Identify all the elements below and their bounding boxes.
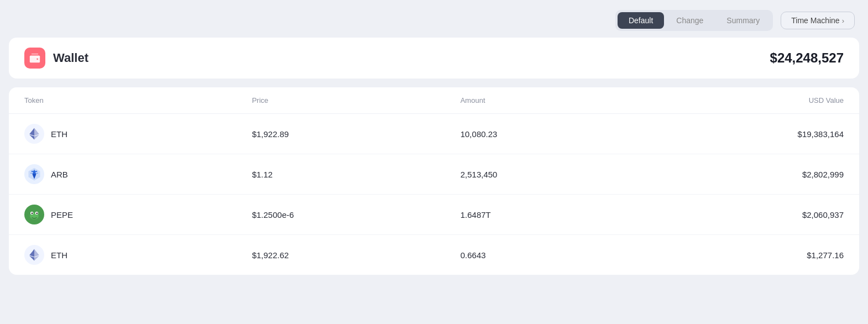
token-usd-value-0: $19,383,164 xyxy=(639,114,859,154)
token-name-2: PEPE xyxy=(51,210,73,220)
chevron-right-icon: › xyxy=(842,17,844,25)
token-cell-2: PEPE xyxy=(9,195,237,235)
token-usd-value-1: $2,802,999 xyxy=(639,154,859,195)
time-machine-button[interactable]: Time Machine › xyxy=(781,12,855,29)
token-cell-3: ETH xyxy=(9,235,237,275)
token-amount-2: 1.6487T xyxy=(445,195,639,235)
token-table: Token Price Amount USD Value ETH$1,922.8… xyxy=(9,87,859,275)
col-header-amount: Amount xyxy=(445,87,639,114)
table-row: ETH$1,922.8910,080.23$19,383,164 xyxy=(9,114,859,154)
time-machine-label: Time Machine xyxy=(791,16,839,25)
wallet-left: Wallet xyxy=(24,48,88,69)
svg-marker-19 xyxy=(34,256,39,261)
wallet-icon xyxy=(24,48,45,69)
token-name-3: ETH xyxy=(51,250,67,260)
tab-default[interactable]: Default xyxy=(618,12,664,29)
token-price-1: $1.12 xyxy=(237,154,445,195)
svg-point-15 xyxy=(32,213,33,215)
wallet-total-value: $24,248,527 xyxy=(770,50,844,66)
table-row: PEPE$1.2500e-61.6487T$2,060,937 xyxy=(9,195,859,235)
col-header-price: Price xyxy=(237,87,445,114)
token-price-2: $1.2500e-6 xyxy=(237,195,445,235)
table-header-row: Token Price Amount USD Value xyxy=(9,87,859,114)
svg-marker-20 xyxy=(29,256,34,261)
tab-summary[interactable]: Summary xyxy=(715,12,771,29)
token-price-3: $1,922.62 xyxy=(237,235,445,275)
token-name-1: ARB xyxy=(51,170,68,179)
token-amount-1: 2,513,450 xyxy=(445,154,639,195)
col-header-token: Token xyxy=(9,87,237,114)
svg-marker-5 xyxy=(29,135,34,140)
svg-rect-0 xyxy=(30,55,40,62)
svg-marker-18 xyxy=(29,249,34,257)
token-price-0: $1,922.89 xyxy=(237,114,445,154)
tab-group: Default Change Summary xyxy=(615,10,773,31)
token-usd-value-3: $1,277.16 xyxy=(639,235,859,275)
svg-marker-2 xyxy=(34,128,39,136)
col-header-usd-value: USD Value xyxy=(639,87,859,114)
top-bar: Default Change Summary Time Machine › xyxy=(0,0,868,38)
wallet-title: Wallet xyxy=(53,51,88,65)
wallet-header: Wallet $24,248,527 xyxy=(9,38,859,79)
token-amount-0: 10,080.23 xyxy=(445,114,639,154)
token-name-0: ETH xyxy=(51,129,67,139)
token-amount-3: 0.6643 xyxy=(445,235,639,275)
svg-point-16 xyxy=(36,213,38,215)
token-usd-value-2: $2,060,937 xyxy=(639,195,859,235)
table-row: ETH$1,922.620.6643$1,277.16 xyxy=(9,235,859,275)
svg-point-1 xyxy=(36,58,38,60)
token-table-container: Token Price Amount USD Value ETH$1,922.8… xyxy=(9,87,859,275)
wallet-svg-icon xyxy=(29,52,41,64)
table-row: ARB$1.122,513,450$2,802,999 xyxy=(9,154,859,195)
svg-marker-4 xyxy=(34,135,39,140)
tab-change[interactable]: Change xyxy=(665,12,714,29)
svg-marker-3 xyxy=(29,128,34,136)
token-cell-0: ETH xyxy=(9,114,237,154)
token-cell-1: ARB xyxy=(9,154,237,195)
svg-marker-17 xyxy=(34,249,39,257)
